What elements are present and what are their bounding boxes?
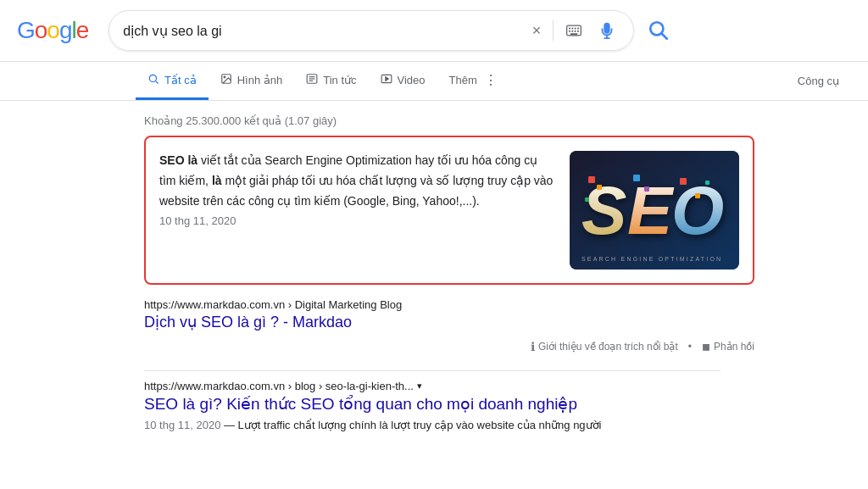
video-icon <box>381 73 392 87</box>
second-result-link[interactable]: SEO là gì? Kiến thức SEO tổng quan cho m… <box>144 394 721 415</box>
snippet-date: 10 thg 11, 2020 <box>159 214 556 227</box>
feedback-icon: ◼ <box>702 341 710 353</box>
svg-rect-30 <box>585 197 589 202</box>
tab-video[interactable]: Video <box>369 63 437 100</box>
search-input[interactable] <box>123 23 520 38</box>
nav-tabs: Tất cả Hình ảnh Tin tức Video Thêm <box>0 62 868 101</box>
seo-svg: S E O SEARCH ENGINE OPTIMIZATION <box>570 151 739 270</box>
search-bar-icons: × <box>529 18 620 43</box>
tab-more[interactable]: Thêm ⋮ <box>437 62 509 101</box>
logo-letter-g2: g <box>59 17 72 44</box>
snippet-image: S E O SEARCH ENGINE OPTIMIZATION <box>570 151 739 270</box>
feedback-row: ℹ Giới thiệu về đoạn trích nổi bật • ◼ P… <box>144 335 754 362</box>
featured-info[interactable]: ℹ Giới thiệu về đoạn trích nổi bật <box>531 340 678 353</box>
dropdown-icon[interactable]: ▾ <box>417 381 422 392</box>
vertical-divider <box>553 20 554 41</box>
svg-point-17 <box>224 76 225 78</box>
snippet-bold-2: là <box>212 174 222 187</box>
feedback-separator: • <box>688 341 692 353</box>
svg-rect-35 <box>705 181 709 185</box>
tab-video-label: Video <box>398 74 426 86</box>
mic-icon[interactable] <box>594 18 620 43</box>
svg-text:S: S <box>581 173 626 248</box>
result-divider <box>144 370 721 371</box>
svg-text:SEARCH ENGINE OPTIMIZATION: SEARCH ENGINE OPTIMIZATION <box>581 256 722 262</box>
all-icon <box>147 73 159 87</box>
svg-marker-23 <box>385 77 388 81</box>
second-result-desc: 10 thg 11, 2020 — Lượt traffic chất lượn… <box>144 417 721 435</box>
tab-all[interactable]: Tất cả <box>136 63 209 100</box>
snippet-url: https://www.markdao.com.vn › Digital Mar… <box>144 298 721 311</box>
tools-button[interactable]: Công cụ <box>786 64 851 97</box>
results-area: Khoảng 25.300.000 kết quả (1.07 giây) SE… <box>0 101 868 441</box>
images-icon <box>220 73 232 87</box>
logo-letter-o2: o <box>47 17 59 44</box>
snippet-text: SEO là viết tắt của Search Engine Optimi… <box>159 151 556 211</box>
more-label: Thêm <box>449 74 477 86</box>
feedback-button[interactable]: ◼ Phản hồi <box>702 341 754 353</box>
featured-snippet: SEO là viết tắt của Search Engine Optimi… <box>144 136 754 285</box>
tab-images[interactable]: Hình ảnh <box>209 63 295 100</box>
search-button[interactable] <box>648 19 670 42</box>
svg-rect-29 <box>597 185 602 190</box>
feedback-text: Phản hồi <box>714 341 754 353</box>
svg-text:O: O <box>671 173 724 248</box>
snippet-link[interactable]: Dịch vụ SEO là gì ? - Markdao <box>144 313 721 331</box>
logo-letter-o1: o <box>35 17 47 44</box>
svg-text:E: E <box>627 173 675 248</box>
svg-rect-32 <box>644 186 649 192</box>
search-bar: × <box>108 10 634 51</box>
more-dots: ⋮ <box>484 72 498 88</box>
svg-rect-31 <box>633 175 640 181</box>
tab-news[interactable]: Tin tức <box>294 63 368 100</box>
second-result: https://www.markdao.com.vn › blog › seo-… <box>144 380 721 434</box>
second-result-url-row: https://www.markdao.com.vn › blog › seo-… <box>144 380 721 392</box>
info-icon: ℹ <box>531 340 535 353</box>
clear-button[interactable]: × <box>529 19 545 43</box>
snippet-bold-1: SEO là <box>159 153 198 167</box>
result-desc-text: — Lượt traffic chất lượng chính là lượt … <box>224 419 602 431</box>
svg-line-15 <box>156 81 159 84</box>
snippet-url-area: https://www.markdao.com.vn › Digital Mar… <box>144 298 721 331</box>
info-text: Giới thiệu về đoạn trích nổi bật <box>538 341 678 353</box>
second-result-url: https://www.markdao.com.vn › blog › seo-… <box>144 380 414 392</box>
svg-line-13 <box>662 34 667 39</box>
logo-letter-e: e <box>76 17 89 44</box>
news-icon <box>306 73 318 87</box>
tab-news-label: Tin tức <box>323 74 356 86</box>
tab-images-label: Hình ảnh <box>237 74 283 86</box>
keyboard-icon[interactable] <box>562 19 586 42</box>
tab-all-label: Tất cả <box>164 74 197 86</box>
google-logo[interactable]: Google <box>17 17 88 44</box>
header: Google × <box>0 0 868 62</box>
results-count: Khoảng 25.300.000 kết quả (1.07 giây) <box>144 108 851 136</box>
svg-rect-28 <box>588 176 595 183</box>
snippet-text-area: SEO là viết tắt của Search Engine Optimi… <box>159 151 556 270</box>
svg-rect-34 <box>695 193 700 198</box>
logo-letter-g: G <box>17 17 35 44</box>
result-date: 10 thg 11, 2020 <box>144 419 220 431</box>
svg-rect-33 <box>680 178 687 185</box>
